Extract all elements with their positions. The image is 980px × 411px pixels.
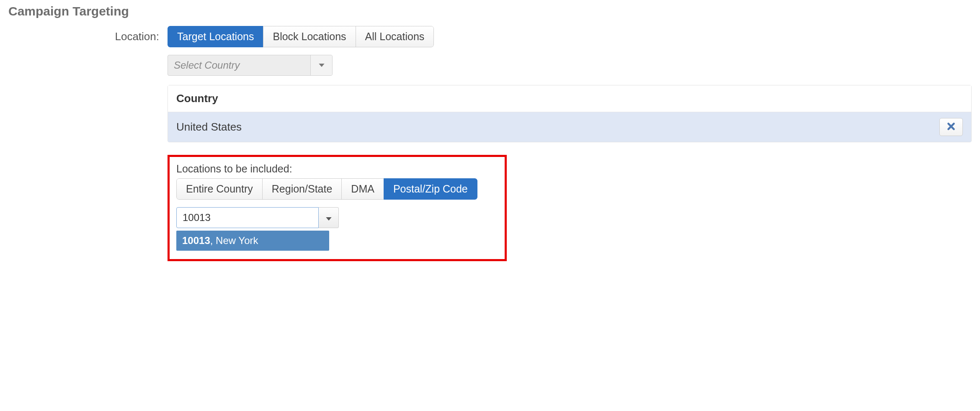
country-panel-header: Country (168, 85, 971, 112)
country-row: United States (168, 112, 971, 142)
tab-all-locations[interactable]: All Locations (356, 26, 434, 47)
included-locations-label: Locations to be included: (176, 163, 498, 175)
tab-postal-zip[interactable]: Postal/Zip Code (384, 178, 477, 200)
chevron-down-icon (326, 213, 332, 223)
tab-entire-country[interactable]: Entire Country (176, 178, 263, 200)
tab-region-state[interactable]: Region/State (262, 178, 342, 200)
included-locations-box: Locations to be included: Entire Country… (168, 155, 507, 261)
chevron-down-icon[interactable] (310, 55, 332, 75)
country-panel: Country United States (168, 85, 972, 142)
tab-block-locations[interactable]: Block Locations (263, 26, 356, 47)
select-country-dropdown[interactable]: Select Country (168, 55, 333, 76)
location-label: Location: (8, 26, 168, 43)
tab-dma[interactable]: DMA (341, 178, 384, 200)
zip-suggestion-item[interactable]: 10013, New York (176, 231, 329, 251)
close-icon (946, 122, 956, 132)
zip-input[interactable] (176, 207, 319, 228)
remove-country-button[interactable] (939, 118, 963, 136)
tab-target-locations[interactable]: Target Locations (168, 26, 263, 47)
zip-suggestion-rest: , New York (210, 235, 258, 246)
location-mode-tabs: Target Locations Block Locations All Loc… (168, 26, 434, 47)
zip-suggestion-code: 10013 (182, 235, 210, 246)
granularity-tabs: Entire Country Region/State DMA Postal/Z… (176, 178, 477, 200)
country-row-name: United States (176, 121, 939, 134)
section-title: Campaign Targeting (8, 4, 972, 18)
zip-dropdown-toggle[interactable] (319, 207, 339, 228)
select-country-placeholder: Select Country (168, 55, 310, 75)
